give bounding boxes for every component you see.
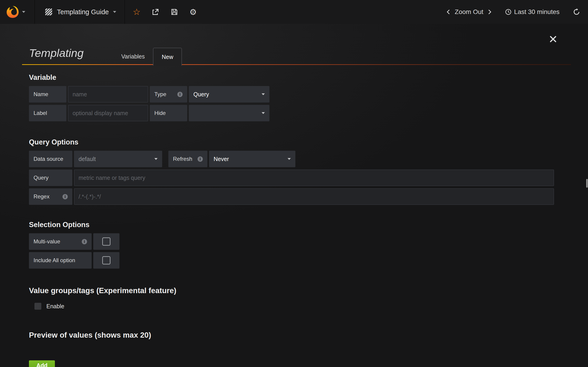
save-icon bbox=[170, 8, 178, 16]
refresh-select-value: Never bbox=[214, 156, 229, 162]
data-source-select[interactable]: default bbox=[74, 151, 162, 167]
selection-options-heading: Selection Options bbox=[29, 220, 571, 229]
tab-new[interactable]: New bbox=[153, 48, 182, 66]
hide-select[interactable] bbox=[189, 105, 269, 121]
dashboard-actions: ☆ ⚙ bbox=[127, 0, 203, 24]
chevron-down-icon bbox=[262, 93, 265, 95]
chevron-right-icon bbox=[486, 9, 493, 15]
page-header: Templating Variables New bbox=[22, 24, 571, 65]
hide-label: Hide bbox=[150, 105, 187, 121]
query-row: Query bbox=[29, 169, 571, 186]
type-label: Type i bbox=[150, 86, 187, 102]
grafana-menu-button[interactable] bbox=[0, 0, 35, 24]
chevron-down-icon bbox=[288, 158, 291, 160]
data-source-value: default bbox=[78, 156, 96, 162]
multi-value-checkbox[interactable] bbox=[93, 233, 120, 250]
variable-label-row: Label Hide bbox=[29, 105, 571, 121]
preview-heading: Preview of values (shows max 20) bbox=[29, 331, 571, 340]
checkbox-icon bbox=[102, 256, 111, 265]
tab-bar: Variables New bbox=[113, 48, 182, 65]
add-button[interactable]: Add bbox=[29, 360, 55, 367]
clock-icon bbox=[505, 8, 512, 15]
info-icon[interactable]: i bbox=[62, 194, 68, 199]
refresh-icon bbox=[573, 8, 580, 16]
label-label: Label bbox=[29, 105, 66, 121]
grafana-logo bbox=[6, 5, 20, 19]
time-controls: Zoom Out Last 30 minutes bbox=[443, 0, 588, 24]
chevron-left-icon bbox=[445, 9, 451, 15]
star-icon: ☆ bbox=[133, 7, 141, 17]
scrollbar-thumb[interactable] bbox=[586, 179, 588, 188]
include-all-row: Include All option bbox=[29, 252, 571, 269]
query-input[interactable] bbox=[74, 169, 554, 186]
enable-row: Enable bbox=[35, 302, 571, 311]
info-icon[interactable]: i bbox=[82, 239, 87, 244]
type-select-value: Query bbox=[193, 91, 209, 98]
value-groups-heading: Value groups/tags (Experimental feature) bbox=[29, 286, 571, 295]
include-all-label: Include All option bbox=[29, 252, 92, 269]
regex-row: Regex i bbox=[29, 188, 571, 205]
datasource-row: Data source default Refresh i Never bbox=[29, 151, 571, 167]
time-shift-back-button[interactable] bbox=[443, 0, 453, 24]
variable-section-heading: Variable bbox=[29, 73, 571, 82]
tab-variables[interactable]: Variables bbox=[113, 48, 153, 65]
label-input[interactable] bbox=[68, 105, 148, 121]
multi-value-row: Multi-value i bbox=[29, 233, 571, 250]
chevron-down-icon bbox=[22, 11, 25, 13]
header-accent-line bbox=[22, 64, 571, 65]
dashboard-icon bbox=[44, 8, 53, 16]
dashboard-picker[interactable]: Templating Guide bbox=[35, 0, 125, 24]
save-button[interactable] bbox=[165, 0, 184, 24]
regex-input[interactable] bbox=[74, 188, 554, 205]
time-range-label: Last 30 minutes bbox=[514, 8, 560, 16]
close-icon[interactable] bbox=[549, 35, 557, 43]
info-icon[interactable]: i bbox=[177, 92, 183, 97]
name-input[interactable] bbox=[68, 86, 148, 102]
gear-icon: ⚙ bbox=[190, 7, 197, 17]
refresh-button[interactable] bbox=[573, 8, 580, 16]
enable-label: Enable bbox=[46, 303, 64, 310]
settings-button[interactable]: ⚙ bbox=[184, 0, 203, 24]
top-navbar: Templating Guide ☆ ⚙ bbox=[0, 0, 588, 24]
share-icon bbox=[152, 8, 159, 16]
share-button[interactable] bbox=[146, 0, 165, 24]
type-select[interactable]: Query bbox=[189, 86, 269, 102]
page-title: Templating bbox=[29, 47, 84, 59]
refresh-label: Refresh i bbox=[168, 151, 208, 167]
star-button[interactable]: ☆ bbox=[127, 0, 146, 24]
zoom-out-button[interactable]: Zoom Out bbox=[453, 8, 485, 16]
templating-settings-view: Templating Variables New Variable Name T… bbox=[0, 24, 588, 367]
data-source-label: Data source bbox=[29, 151, 72, 167]
variable-name-row: Name Type i Query bbox=[29, 86, 571, 102]
query-label: Query bbox=[29, 169, 72, 186]
name-label: Name bbox=[29, 86, 66, 102]
regex-label: Regex i bbox=[29, 188, 72, 205]
chevron-down-icon bbox=[113, 11, 116, 13]
query-options-heading: Query Options bbox=[29, 138, 571, 147]
info-icon[interactable]: i bbox=[198, 156, 203, 162]
time-range-picker[interactable]: Last 30 minutes bbox=[505, 8, 560, 16]
time-shift-forward-button[interactable] bbox=[485, 0, 495, 24]
dashboard-title: Templating Guide bbox=[57, 8, 109, 16]
chevron-down-icon bbox=[154, 158, 157, 160]
chevron-down-icon bbox=[262, 112, 265, 114]
include-all-checkbox[interactable] bbox=[93, 252, 120, 269]
multi-value-label: Multi-value i bbox=[29, 233, 92, 250]
checkbox-icon bbox=[102, 237, 111, 246]
enable-checkbox[interactable] bbox=[35, 303, 41, 310]
refresh-select[interactable]: Never bbox=[209, 151, 295, 167]
